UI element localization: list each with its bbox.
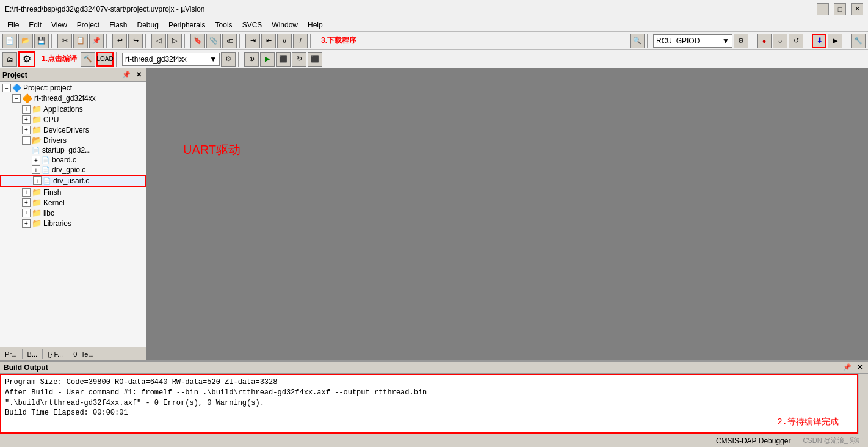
expand-icon-kernel[interactable]: + xyxy=(22,198,31,207)
bookmark2-button[interactable]: 📎 xyxy=(206,34,221,48)
run-button[interactable]: ▶ xyxy=(828,34,842,48)
outdent-button[interactable]: ⇤ xyxy=(261,34,276,48)
run2-button[interactable]: ▶ xyxy=(260,52,275,67)
menu-edit[interactable]: Edit xyxy=(24,20,46,31)
project-tabs: Pr... B... {} F... 0- Te... xyxy=(0,347,146,360)
expand-icon-drvgpio[interactable]: + xyxy=(32,165,40,174)
tree-item-cpu[interactable]: + 📁 CPU xyxy=(0,114,146,125)
merge-button[interactable]: ⊕ xyxy=(244,52,259,67)
pin-icon[interactable]: 📌 xyxy=(121,70,131,80)
tab-project[interactable]: Pr... xyxy=(0,349,23,359)
cfg-button[interactable]: ⬛ xyxy=(308,52,322,67)
menu-view[interactable]: View xyxy=(46,20,72,31)
save-button[interactable]: 💾 xyxy=(34,34,49,48)
separator1 xyxy=(51,34,55,48)
tree-item-applications[interactable]: + 📁 Applications xyxy=(0,104,146,114)
indent-button[interactable]: ⇥ xyxy=(245,34,260,48)
build-scrollbar[interactable] xyxy=(858,374,868,434)
copy-button[interactable]: 📋 xyxy=(73,34,88,48)
debug-start-button[interactable]: ● xyxy=(757,34,772,48)
tree-item-libraries[interactable]: + 📁 Libraries xyxy=(0,218,146,228)
tree-item-boardc[interactable]: + 📄 board.c xyxy=(0,155,146,165)
tree-item-project-root[interactable]: − 🔷 Project: project xyxy=(0,83,146,93)
tab-books[interactable]: B... xyxy=(23,349,43,359)
menu-flash[interactable]: Flash xyxy=(104,20,132,31)
bookmark3-button[interactable]: 🏷 xyxy=(222,34,237,48)
expand-icon-libc[interactable]: + xyxy=(22,209,31,217)
tree-item-devicedrivers[interactable]: + 📁 DeviceDrivers xyxy=(0,125,146,135)
debug-stop-button[interactable]: ○ xyxy=(773,34,787,48)
separator8 xyxy=(751,34,754,48)
uncomment-button[interactable]: / xyxy=(293,34,308,48)
window-title: E:\rt-thread\bsp\gd32\gd32407v-start\pro… xyxy=(5,5,205,13)
debug-reset-button[interactable]: ↺ xyxy=(789,34,803,48)
expand-icon-libraries[interactable]: + xyxy=(22,219,31,228)
tree-item-finsh[interactable]: + 📁 Finsh xyxy=(0,187,146,197)
debugger-status: CMSIS-DAP Debugger xyxy=(716,437,791,445)
build-text-area[interactable]: Program Size: Code=39800 RO-data=6440 RW… xyxy=(0,374,858,434)
cut-button[interactable]: ✂ xyxy=(57,34,72,48)
download-button[interactable]: ⬇ xyxy=(812,34,826,48)
build-pin-icon[interactable]: 📌 xyxy=(842,363,852,372)
menu-peripherals[interactable]: Peripherals xyxy=(164,20,211,31)
expand-icon-drivers[interactable]: − xyxy=(22,136,31,145)
paste-button[interactable]: 📌 xyxy=(89,34,104,48)
undo-button[interactable]: ↩ xyxy=(112,34,127,48)
file-icon-startup: 📄 xyxy=(32,147,40,154)
open-button[interactable]: 📂 xyxy=(18,34,33,48)
target2-btn[interactable]: ⚙ xyxy=(221,52,236,67)
compile-button[interactable]: ⚙ xyxy=(18,51,35,67)
folder-icon-libc: 📁 xyxy=(32,208,42,217)
new-file-button[interactable]: 📄 xyxy=(2,34,17,48)
menu-file[interactable]: File xyxy=(2,20,24,31)
close-button[interactable]: ✕ xyxy=(851,3,863,15)
project-panel: Project 📌 ✕ − 🔷 Project: project − 🔶 rt-… xyxy=(0,68,146,360)
search-button[interactable]: 🔍 xyxy=(630,34,645,48)
tree-item-kernel[interactable]: + 📁 Kernel xyxy=(0,197,146,208)
tab-templates[interactable]: 0- Te... xyxy=(68,349,99,359)
tree-item-drivers[interactable]: − 📂 Drivers xyxy=(0,135,146,145)
expand-icon-rtthread[interactable]: − xyxy=(12,94,21,103)
load-button[interactable]: LOAD xyxy=(96,52,114,67)
options-button[interactable]: 🔧 xyxy=(851,34,866,48)
dd-label: DeviceDrivers xyxy=(43,126,89,134)
bookmark-button[interactable]: 🔖 xyxy=(190,34,205,48)
nav-fwd-button[interactable]: ▷ xyxy=(167,34,182,48)
rebuild-button[interactable]: 🔨 xyxy=(81,52,95,67)
expand-icon-drvusart[interactable]: + xyxy=(33,176,42,185)
close-panel-icon[interactable]: ✕ xyxy=(134,70,143,80)
expand-icon-dd[interactable]: + xyxy=(22,126,31,134)
nav-back-button[interactable]: ◁ xyxy=(151,34,166,48)
folder-icon-libraries: 📁 xyxy=(32,219,42,228)
target-settings-button[interactable]: ⚙ xyxy=(734,34,748,48)
expand-icon-boardc[interactable]: + xyxy=(32,156,40,164)
minimize-button[interactable]: — xyxy=(817,3,829,15)
uart-annotation: UART驱动 xyxy=(183,142,241,158)
expand-icon[interactable]: − xyxy=(2,84,11,92)
stop-button[interactable]: ⬛ xyxy=(276,52,291,67)
reset2-button[interactable]: ↻ xyxy=(292,52,306,67)
build-close-icon[interactable]: ✕ xyxy=(855,363,864,372)
menu-tools[interactable]: Tools xyxy=(211,20,237,31)
expand-icon-finsh[interactable]: + xyxy=(22,188,31,197)
project-win-button[interactable]: 🗂 xyxy=(2,52,17,67)
tree-item-drvgpio[interactable]: + 📄 drv_gpio.c xyxy=(0,165,146,175)
menu-svcs[interactable]: SVCS xyxy=(237,20,267,31)
tree-item-libc[interactable]: + 📁 libc xyxy=(0,208,146,218)
comment-button[interactable]: // xyxy=(277,34,292,48)
redo-button[interactable]: ↪ xyxy=(128,34,143,48)
tree-item-rtthread[interactable]: − 🔶 rt-thread_gd32f4xx xyxy=(0,93,146,104)
target-dropdown[interactable]: RCU_GPIOD ▼ xyxy=(653,34,732,48)
expand-icon-applications[interactable]: + xyxy=(22,105,31,114)
menu-project[interactable]: Project xyxy=(72,20,104,31)
expand-icon-cpu[interactable]: + xyxy=(22,115,31,124)
tree-item-drvusart[interactable]: + 📄 drv_usart.c xyxy=(0,175,146,187)
target2-dropdown[interactable]: rt-thread_gd32f4xx ▼ xyxy=(122,53,220,66)
editor-area[interactable]: UART驱动 xyxy=(146,68,868,360)
menu-window[interactable]: Window xyxy=(267,20,303,31)
menu-debug[interactable]: Debug xyxy=(132,20,164,31)
maximize-button[interactable]: □ xyxy=(834,3,846,15)
tree-item-startup[interactable]: 📄 startup_gd32... xyxy=(0,145,146,155)
menu-help[interactable]: Help xyxy=(303,20,328,31)
tab-functions[interactable]: {} F... xyxy=(43,349,68,359)
